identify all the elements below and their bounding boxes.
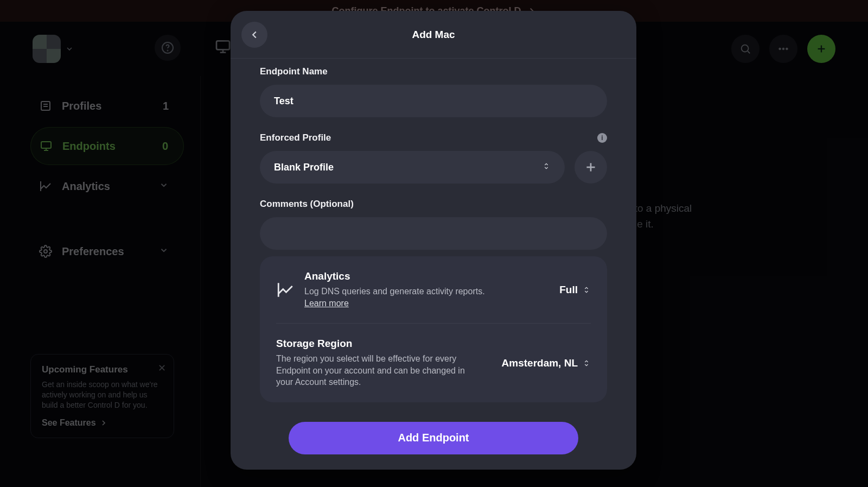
storage-region-value: Amsterdam, NL xyxy=(502,357,578,369)
enforced-profile-select[interactable]: Blank Profile xyxy=(260,151,565,184)
storage-region-select[interactable]: Amsterdam, NL xyxy=(502,357,591,369)
analytics-level-value: Full xyxy=(559,284,578,296)
comments-input[interactable] xyxy=(260,217,607,250)
add-mac-modal: Add Mac Endpoint Name Enforced Profile i… xyxy=(231,11,636,470)
comments-label: Comments (Optional) xyxy=(260,199,607,210)
plus-icon xyxy=(584,160,598,174)
add-profile-button[interactable] xyxy=(575,151,607,184)
analytics-icon xyxy=(276,281,295,299)
updown-icon xyxy=(542,162,551,173)
analytics-desc: Log DNS queries and generate activity re… xyxy=(304,286,505,309)
info-icon[interactable]: i xyxy=(597,133,607,143)
analytics-storage-card: Analytics Log DNS queries and generate a… xyxy=(260,256,607,402)
storage-title: Storage Region xyxy=(276,338,492,350)
enforced-profile-value: Blank Profile xyxy=(274,162,334,173)
chevron-left-icon xyxy=(248,29,260,41)
storage-desc: The region you select will be effective … xyxy=(276,353,477,388)
modal-header: Add Mac xyxy=(231,11,636,59)
endpoint-name-input[interactable] xyxy=(260,85,607,117)
updown-icon xyxy=(582,286,591,294)
modal-title: Add Mac xyxy=(412,29,455,41)
analytics-level-select[interactable]: Full xyxy=(559,284,591,296)
enforced-profile-label: Enforced Profile i xyxy=(260,132,607,143)
add-endpoint-button[interactable]: Add Endpoint xyxy=(289,422,578,454)
analytics-title: Analytics xyxy=(304,270,550,282)
learn-more-link[interactable]: Learn more xyxy=(304,299,349,308)
back-button[interactable] xyxy=(241,22,267,48)
updown-icon xyxy=(582,359,591,368)
endpoint-name-label: Endpoint Name xyxy=(260,66,607,77)
